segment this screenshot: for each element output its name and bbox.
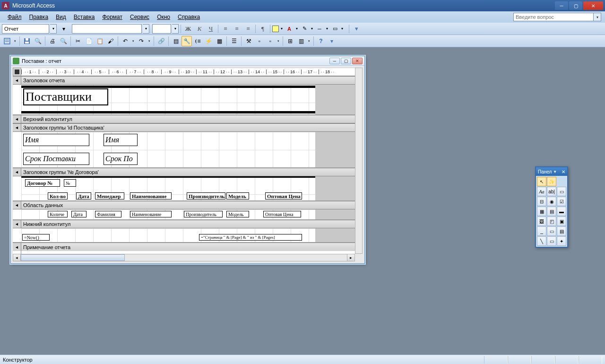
section-bar-group1[interactable]: ◄ Заголовок группы 'id Поставщика' (13, 123, 363, 132)
properties-icon[interactable]: ☰ (229, 36, 239, 46)
hdr-maker[interactable]: Производитель (187, 192, 225, 199)
menu-file[interactable]: Файл (4, 13, 26, 21)
fld-surname[interactable]: Фамилия (95, 211, 121, 217)
hdr-model[interactable]: Модель (226, 192, 249, 199)
menu-edit[interactable]: Правка (26, 13, 52, 21)
fld-item[interactable]: Наименование (130, 211, 172, 217)
insert-hyperlink-icon[interactable]: 🔗 (156, 36, 166, 46)
copy-icon[interactable]: 📄 (84, 36, 94, 46)
close-button[interactable]: ✕ (583, 1, 603, 10)
build-icon[interactable]: ⚒ (243, 36, 254, 46)
paste-icon[interactable]: 📋 (95, 36, 105, 46)
font-selector[interactable] (72, 24, 142, 34)
toolbox-panel[interactable]: Панел ▼ ✕ ↖ ✨ Aa ab| ▭ ⊟ ◉ ☑ ▦ ▤ ▬ 🖼 ◰ ▣… (535, 166, 568, 248)
fld-date[interactable]: Дата (71, 211, 86, 217)
text-direction-icon[interactable]: ¶ (258, 24, 268, 34)
tool-checkbox-icon[interactable]: ☑ (557, 197, 566, 206)
tool-textbox-icon[interactable]: ab| (547, 187, 556, 196)
maximize-button[interactable]: ▢ (569, 1, 582, 10)
toolbox-arrow-icon[interactable]: ▼ (553, 170, 557, 174)
menu-help[interactable]: Справка (174, 13, 204, 21)
tool-label-icon[interactable]: Aa (537, 187, 546, 196)
tool-combobox-icon[interactable]: ▦ (537, 207, 546, 216)
menu-view[interactable]: Вид (52, 13, 70, 21)
hdr-qty[interactable]: Кол-во (48, 192, 68, 199)
tool-optiongroup-icon[interactable]: ▭ (557, 187, 566, 196)
contract-field[interactable]: № (64, 179, 76, 187)
print-preview-icon[interactable]: 🔍 (58, 36, 69, 46)
autoformat-icon[interactable]: ⚡ (203, 36, 214, 46)
align-right-icon[interactable]: ≡ (243, 24, 253, 34)
special-effect-button[interactable]: ▭▾ (333, 24, 347, 34)
database-window-icon[interactable]: ▫ (254, 36, 265, 46)
title-label[interactable]: Поставщики (23, 88, 108, 105)
contract-label[interactable]: Договор № (25, 179, 60, 187)
menu-insert[interactable]: Вставка (70, 13, 99, 21)
fld-maker[interactable]: Производитель (184, 211, 223, 217)
tool-option-icon[interactable]: ◉ (547, 197, 556, 206)
toolbar-options-icon[interactable]: ▾ (327, 36, 337, 46)
bold-button[interactable]: Ж (183, 24, 193, 34)
tool-line-icon[interactable]: ╲ (537, 236, 546, 246)
fld-qty[interactable]: Количе (48, 211, 68, 217)
horizontal-ruler[interactable]: · · 1 · ·· · 2 · ·· · 3 · ·· · 4 · ·· · … (21, 68, 363, 76)
field-list-icon[interactable]: ▤ (171, 36, 181, 46)
scroll-left-button[interactable]: ◂ (13, 254, 21, 261)
save-icon[interactable] (22, 36, 32, 46)
fld-price[interactable]: Оптовая Цена (263, 211, 301, 217)
section-group1[interactable]: Имя Имя Срок Поставки Срок По (13, 132, 363, 168)
horizontal-scrollbar[interactable]: ◂ ▸ (13, 254, 355, 261)
question-dropdown[interactable]: ▾ (594, 13, 601, 21)
tool-toggle-icon[interactable]: ⊟ (537, 197, 546, 206)
name-label[interactable]: Имя (23, 134, 89, 146)
new-object-dropdown[interactable]: ▾ (276, 39, 281, 43)
child-close-button[interactable]: ✕ (352, 58, 363, 64)
code-icon[interactable]: ▦ (214, 36, 225, 46)
view-dropdown[interactable]: ▾ (13, 39, 17, 43)
scroll-thumb[interactable] (21, 254, 125, 261)
section-bar-report-footer[interactable]: ◄ Примечание отчета (13, 243, 363, 251)
fontsize-selector[interactable] (152, 24, 171, 34)
menu-format[interactable]: Формат (98, 13, 126, 21)
help-icon[interactable]: ? (316, 36, 326, 46)
section-bar-detail[interactable]: ◄ Область данных (13, 201, 363, 209)
align-left-icon[interactable]: ≡ (220, 24, 231, 34)
hdr-price[interactable]: Оптовая Цена (265, 192, 302, 199)
format-painter-icon[interactable]: 🖌 (105, 36, 116, 46)
tool-button-icon[interactable]: ▬ (557, 207, 566, 216)
hdr-manager[interactable]: Менеджер (95, 192, 124, 199)
redo-dropdown[interactable]: ▾ (147, 39, 152, 43)
fld-model[interactable]: Модель (226, 211, 249, 217)
view-button[interactable] (2, 36, 12, 46)
minimize-button[interactable]: ─ (555, 1, 568, 10)
term-field[interactable]: Срок По (104, 153, 138, 165)
tool-wizard-icon[interactable]: ✨ (547, 177, 556, 186)
ruler-corner[interactable] (13, 68, 21, 76)
child-minimize-button[interactable]: ─ (329, 58, 340, 64)
menu-tools[interactable]: Сервис (126, 13, 153, 21)
section-bar-page-header[interactable]: ◄ Верхний колонтитул (13, 115, 363, 123)
cut-icon[interactable]: ✂ (73, 36, 83, 46)
child-maximize-button[interactable]: ▢ (341, 58, 351, 64)
section-bar-report-header[interactable]: ◄ Заголовок отчета (13, 76, 363, 85)
term-label[interactable]: Срок Поставки (23, 153, 89, 165)
hdr-item[interactable]: Наименование (130, 192, 172, 199)
scroll-right-button[interactable]: ▸ (347, 254, 354, 261)
vertical-scrollbar[interactable] (355, 68, 363, 254)
section-bar-group2[interactable]: ◄ Заголовок группы '№ Договора' (13, 168, 363, 176)
tool-image-icon[interactable]: 🖼 (537, 217, 546, 226)
tool-rectangle-icon[interactable]: ▭ (547, 236, 556, 246)
section-bar-page-footer[interactable]: ◄ Нижний колонтитул (13, 220, 363, 228)
tool-listbox-icon[interactable]: ▤ (547, 207, 556, 216)
tool-tab-icon[interactable]: ▭ (547, 226, 556, 236)
tool-pointer-icon[interactable]: ↖ (537, 177, 546, 186)
relationships-icon[interactable]: ⊞ (285, 36, 295, 46)
font-selector-arrow[interactable]: ▾ (143, 24, 149, 34)
tool-subform-icon[interactable]: ▤ (557, 226, 566, 236)
italic-button[interactable]: К (194, 24, 205, 34)
redo-icon[interactable]: ↷ (136, 36, 147, 46)
tool-boundframe-icon[interactable]: ▣ (557, 217, 566, 226)
search-file-icon[interactable]: 🔍 (33, 36, 43, 46)
question-input[interactable] (513, 13, 594, 21)
section-detail[interactable]: Количе Дата Фамилия Наименование Произво… (13, 209, 363, 220)
